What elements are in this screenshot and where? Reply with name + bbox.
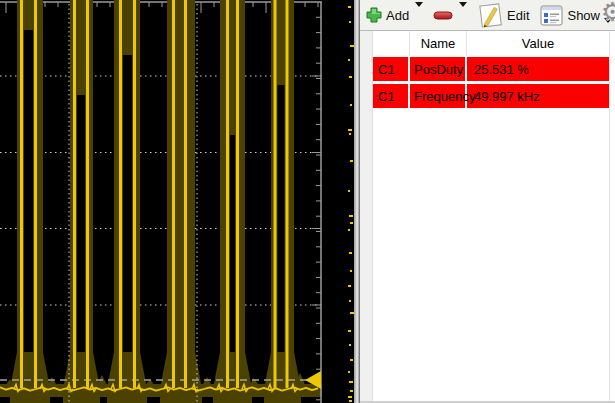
row-name: Frequency — [410, 84, 467, 108]
waveform-canvas[interactable] — [0, 0, 354, 403]
chevron-down-icon — [415, 2, 423, 24]
add-button[interactable]: Add — [363, 5, 412, 25]
measurement-row-frequency[interactable]: C1 Frequency 49.997 kHz — [373, 84, 609, 108]
show-list-icon — [540, 5, 563, 26]
channel-column-header — [373, 31, 410, 56]
row-channel: C1 — [373, 84, 410, 108]
table-region: Name Value C1 PosDuty 25.531 % C1 Freque… — [360, 31, 615, 401]
chevron-down-icon — [459, 2, 467, 24]
oscilloscope-window: Add — [0, 0, 615, 403]
scope-display[interactable] — [0, 0, 354, 403]
edit-note-icon — [478, 2, 503, 29]
row-channel: C1 — [373, 57, 410, 81]
add-plus-icon — [366, 7, 382, 23]
measurement-toolbar: Add — [360, 0, 615, 31]
edit-button[interactable]: Edit — [475, 0, 532, 31]
value-column-header: Value — [467, 31, 609, 56]
add-button-label: Add — [386, 8, 409, 23]
measurement-row-posduty[interactable]: C1 PosDuty 25.531 % — [373, 57, 609, 81]
name-column-header: Name — [410, 31, 467, 56]
row-name: PosDuty — [410, 57, 467, 81]
measurement-panel: Add — [360, 0, 615, 403]
row-value: 25.531 % — [467, 57, 609, 81]
table-header-row: Name Value — [373, 31, 609, 56]
add-dropdown-arrow[interactable] — [412, 7, 426, 25]
row-selector-gutter — [360, 31, 373, 401]
edit-button-label: Edit — [507, 8, 529, 23]
measurements-table: Name Value C1 PosDuty 25.531 % C1 Freque… — [373, 31, 610, 401]
row-value: 49.997 kHz — [467, 84, 609, 108]
show-button-label: Show — [567, 8, 600, 23]
remove-minus-icon — [433, 7, 453, 23]
remove-dropdown-arrow[interactable] — [456, 7, 470, 25]
remove-button[interactable] — [430, 5, 456, 25]
settings-gear-icon[interactable]: ⚙ — [601, 0, 615, 27]
